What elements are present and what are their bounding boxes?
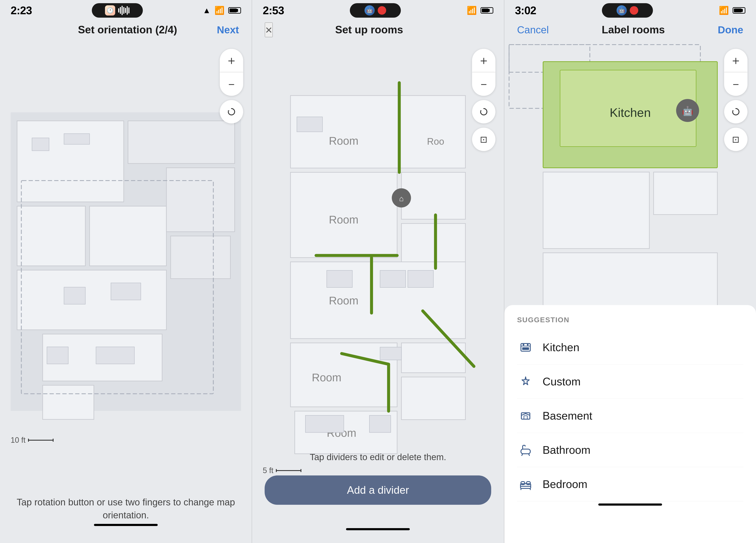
cancel-button[interactable]: Cancel [517, 24, 549, 36]
svg-text:Room: Room [329, 214, 359, 226]
status-right-icons-3: 📶 [719, 6, 745, 15]
svg-rect-16 [96, 347, 135, 364]
nav-bar-2: × Set up rooms [252, 19, 504, 40]
status-right-icons-2: 📶 [467, 6, 493, 15]
zoom-out-button-2[interactable]: － [472, 72, 495, 96]
zoom-controls-3: ＋ － ⊡ [724, 49, 747, 151]
svg-rect-3 [90, 206, 166, 266]
svg-point-66 [523, 344, 524, 346]
status-bar-2: 2:53 🤖 📶 [252, 0, 504, 19]
suggestion-item-custom[interactable]: Custom [517, 364, 743, 399]
svg-text:Room: Room [329, 294, 359, 307]
zoom-out-button-3[interactable]: － [724, 72, 747, 96]
close-button[interactable]: × [265, 23, 273, 37]
suggestion-item-bathroom[interactable]: Bathroom [517, 433, 743, 467]
svg-line-72 [522, 454, 523, 455]
time-3: 3:02 [515, 4, 536, 17]
time-2: 2:53 [263, 4, 284, 17]
svg-rect-14 [111, 283, 141, 300]
app-icon-3: 🤖 [617, 5, 627, 16]
kitchen-icon [517, 339, 534, 356]
custom-icon [517, 373, 534, 390]
scale-label-1: 10 ft [11, 436, 26, 445]
bottom-area-1: Tap rotation button or use two fingers t… [0, 491, 252, 543]
rotate-button-2[interactable] [472, 100, 495, 124]
audio-wave-icon [118, 6, 129, 15]
svg-rect-21 [401, 172, 465, 219]
svg-text:⌂: ⌂ [399, 194, 404, 203]
svg-rect-46 [380, 271, 406, 287]
scale-bar-2: 5 ft [263, 466, 301, 475]
battery-icon-2 [481, 7, 493, 14]
rotate-button-3[interactable] [724, 100, 747, 124]
add-divider-button[interactable]: Add a divider [265, 475, 491, 505]
svg-line-73 [529, 454, 529, 455]
floor-plan-1 [0, 40, 252, 491]
svg-rect-13 [64, 287, 85, 304]
status-right-icons-1: ▲ 📶 [203, 6, 241, 15]
zoom-out-button-1[interactable]: － [220, 72, 243, 96]
zoom-in-button-2[interactable]: ＋ [472, 49, 495, 72]
svg-text:Room: Room [312, 371, 341, 384]
svg-rect-11 [32, 138, 49, 151]
svg-rect-59 [543, 253, 717, 312]
suggestion-item-bedroom[interactable]: Bedroom [517, 467, 743, 501]
svg-rect-12 [64, 134, 89, 144]
next-button[interactable]: Next [217, 24, 239, 36]
panel-label-rooms: 3:02 🤖 📶 Cancel Label rooms Done [504, 0, 756, 543]
svg-rect-27 [401, 377, 465, 420]
scale-line-1 [28, 440, 54, 441]
scale-line-2 [276, 470, 301, 471]
svg-rect-75 [521, 486, 531, 487]
svg-rect-2 [17, 206, 85, 266]
svg-rect-45 [327, 271, 352, 287]
zoom-in-button-3[interactable]: ＋ [724, 49, 747, 72]
map-area-1: ＋ － 10 ft [0, 40, 252, 491]
nav-bar-3: Cancel Label rooms Done [504, 19, 756, 40]
panel-set-orientation: 2:23 🕐 ▲ 📶 [0, 0, 252, 543]
suggestion-name-bedroom: Bedroom [543, 478, 587, 490]
wifi-icon-1: 📶 [214, 6, 224, 15]
suggestion-item-kitchen[interactable]: Kitchen [517, 330, 743, 364]
wifi-icon-2: 📶 [467, 6, 477, 15]
svg-rect-47 [408, 271, 433, 287]
rotate-button-1[interactable] [220, 100, 243, 124]
nav-title-3: Label rooms [549, 24, 718, 36]
bottom-panel-2 [252, 522, 504, 543]
fit-button-3[interactable]: ⊡ [724, 128, 747, 151]
fit-button-2[interactable]: ⊡ [472, 128, 495, 151]
svg-rect-9 [171, 236, 230, 279]
svg-rect-70 [524, 416, 527, 419]
dynamic-island-2: 🤖 [350, 3, 401, 18]
map-area-2: Room Room Room Room Room Roo ⌂ [252, 40, 504, 522]
suggestion-name-basement: Basement [543, 409, 592, 422]
battery-icon-1 [228, 7, 241, 14]
panel-set-up-rooms: 2:53 🤖 📶 × Set up rooms [252, 0, 504, 543]
signal-icon-1: ▲ [203, 6, 211, 15]
dynamic-island-1: 🕐 [92, 3, 143, 18]
svg-text:Roo: Roo [427, 136, 444, 147]
floor-plan-3: 🤖 Kitchen [504, 40, 756, 321]
svg-rect-71 [521, 449, 530, 454]
clock-app-icon: 🕐 [105, 5, 115, 16]
suggestion-name-bathroom: Bathroom [543, 444, 590, 456]
svg-rect-22 [401, 224, 465, 262]
map-area-3: 🤖 Kitchen ＋ － ⊡ [504, 40, 756, 321]
zoom-controls-2: ＋ － ⊡ [472, 49, 495, 151]
svg-rect-44 [297, 117, 322, 132]
done-button[interactable]: Done [718, 24, 743, 36]
nav-title-1: Set orientation (2/4) [38, 24, 217, 36]
recording-dot-2 [378, 6, 386, 15]
svg-rect-4 [17, 270, 166, 330]
suggestion-panel: SUGGESTION Kitchen Custom [504, 305, 756, 543]
zoom-in-button-1[interactable]: ＋ [220, 49, 243, 72]
svg-rect-6 [43, 385, 94, 419]
svg-rect-57 [543, 172, 649, 249]
tap-instruction: Tap dividers to edit or delete them. [310, 452, 446, 462]
svg-rect-1 [17, 121, 124, 202]
svg-text:Room: Room [329, 135, 359, 147]
nav-title-2: Set up rooms [273, 24, 466, 36]
svg-rect-7 [128, 121, 235, 164]
suggestion-name-kitchen: Kitchen [543, 341, 579, 354]
suggestion-item-basement[interactable]: Basement [517, 399, 743, 433]
